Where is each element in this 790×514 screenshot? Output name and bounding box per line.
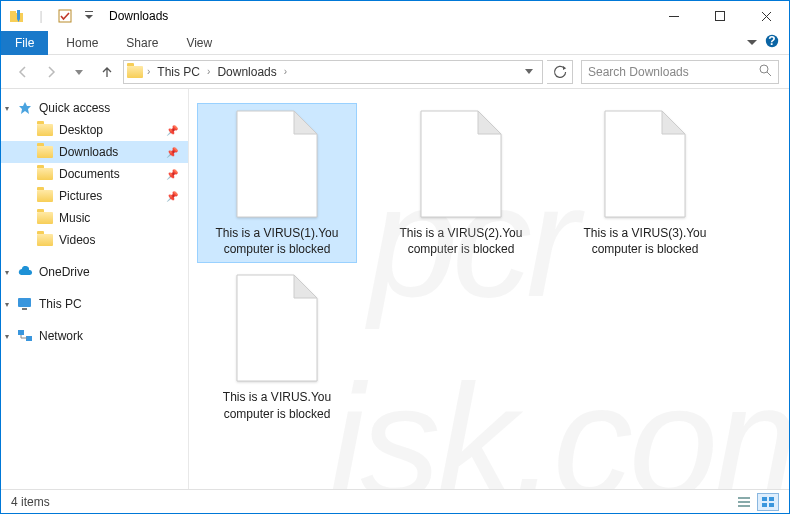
minimize-button[interactable] bbox=[651, 1, 697, 31]
tab-view[interactable]: View bbox=[172, 31, 226, 55]
file-label: This is a VIRUS.You computer is blocked bbox=[203, 389, 351, 421]
sidebar-item-videos[interactable]: Videos bbox=[1, 229, 188, 251]
view-switcher bbox=[733, 493, 779, 511]
folder-icon bbox=[37, 166, 53, 182]
search-input[interactable] bbox=[588, 65, 758, 79]
sidebar-item-pictures[interactable]: Pictures📌 bbox=[1, 185, 188, 207]
folder-icon bbox=[5, 5, 29, 27]
sidebar-item-downloads[interactable]: Downloads📌 bbox=[1, 141, 188, 163]
svg-rect-2 bbox=[17, 10, 20, 19]
sidebar-onedrive[interactable]: OneDrive bbox=[1, 261, 188, 283]
sidebar-item-music[interactable]: Music bbox=[1, 207, 188, 229]
details-view-button[interactable] bbox=[733, 493, 755, 511]
maximize-button[interactable] bbox=[697, 1, 743, 31]
svg-rect-33 bbox=[762, 497, 767, 501]
svg-rect-5 bbox=[85, 11, 93, 12]
ribbon: File Home Share View ? bbox=[1, 31, 789, 55]
file-icon bbox=[416, 109, 506, 219]
body: Quick access Desktop📌 Downloads📌 Documen… bbox=[1, 89, 789, 489]
recent-dropdown-icon[interactable] bbox=[67, 60, 91, 84]
titlebar[interactable]: | Downloads bbox=[1, 1, 789, 31]
help-icon[interactable]: ? bbox=[765, 34, 779, 51]
svg-marker-23 bbox=[294, 111, 317, 134]
window-controls bbox=[651, 1, 789, 31]
file-icon bbox=[232, 273, 322, 383]
sidebar-item-label: This PC bbox=[39, 297, 82, 311]
sidebar-item-label: Documents bbox=[59, 167, 120, 181]
window-title: Downloads bbox=[109, 9, 168, 23]
svg-rect-1 bbox=[10, 11, 16, 14]
tab-home[interactable]: Home bbox=[52, 31, 112, 55]
item-count: 4 items bbox=[11, 495, 50, 509]
svg-rect-35 bbox=[762, 503, 767, 507]
pin-icon: 📌 bbox=[166, 169, 178, 180]
back-button[interactable] bbox=[11, 60, 35, 84]
svg-rect-7 bbox=[669, 16, 679, 17]
svg-point-15 bbox=[760, 65, 768, 73]
svg-rect-19 bbox=[22, 308, 27, 310]
svg-rect-31 bbox=[738, 501, 750, 503]
icons-view-button[interactable] bbox=[757, 493, 779, 511]
svg-rect-32 bbox=[738, 505, 750, 507]
svg-text:?: ? bbox=[768, 34, 775, 48]
ribbon-expand-icon[interactable] bbox=[747, 36, 757, 50]
svg-rect-30 bbox=[738, 497, 750, 499]
breadcrumb[interactable]: › This PC › Downloads › bbox=[123, 60, 543, 84]
refresh-button[interactable] bbox=[547, 60, 573, 84]
file-label: This is a VIRUS(3).You computer is block… bbox=[571, 225, 719, 257]
file-item[interactable]: This is a VIRUS(2).You computer is block… bbox=[381, 103, 541, 263]
svg-rect-36 bbox=[769, 503, 774, 507]
svg-rect-4 bbox=[59, 10, 71, 22]
svg-marker-27 bbox=[662, 111, 685, 134]
close-button[interactable] bbox=[743, 1, 789, 31]
file-pane[interactable]: pcr isk.com This is a VIRUS(1).You compu… bbox=[189, 89, 789, 489]
file-label: This is a VIRUS(1).You computer is block… bbox=[203, 225, 351, 257]
sidebar-item-label: Videos bbox=[59, 233, 95, 247]
file-item[interactable]: This is a VIRUS.You computer is blocked bbox=[197, 267, 357, 427]
sidebar-network[interactable]: Network bbox=[1, 325, 188, 347]
svg-marker-12 bbox=[75, 70, 83, 75]
chevron-right-icon[interactable]: › bbox=[281, 66, 290, 77]
pin-icon: 📌 bbox=[166, 125, 178, 136]
svg-rect-20 bbox=[18, 330, 24, 335]
file-menu[interactable]: File bbox=[1, 31, 48, 55]
tab-share[interactable]: Share bbox=[112, 31, 172, 55]
breadcrumb-downloads[interactable]: Downloads bbox=[213, 65, 280, 79]
qat-divider: | bbox=[29, 5, 53, 27]
sidebar-thispc[interactable]: This PC bbox=[1, 293, 188, 315]
folder-icon bbox=[37, 144, 53, 160]
folder-icon bbox=[37, 210, 53, 226]
cloud-icon bbox=[17, 264, 33, 280]
address-bar: › This PC › Downloads › bbox=[1, 55, 789, 89]
chevron-right-icon[interactable]: › bbox=[144, 66, 153, 77]
sidebar-item-label: OneDrive bbox=[39, 265, 90, 279]
svg-marker-13 bbox=[525, 69, 533, 74]
properties-button[interactable] bbox=[53, 5, 77, 27]
svg-marker-25 bbox=[478, 111, 501, 134]
folder-icon bbox=[37, 122, 53, 138]
svg-marker-14 bbox=[563, 66, 566, 70]
folder-icon bbox=[126, 66, 144, 78]
forward-button[interactable] bbox=[39, 60, 63, 84]
sidebar-item-desktop[interactable]: Desktop📌 bbox=[1, 119, 188, 141]
file-item[interactable]: This is a VIRUS(3).You computer is block… bbox=[565, 103, 725, 263]
file-item[interactable]: This is a VIRUS(1).You computer is block… bbox=[197, 103, 357, 263]
folder-icon bbox=[37, 232, 53, 248]
ribbon-right: ? bbox=[747, 34, 789, 51]
up-button[interactable] bbox=[95, 60, 119, 84]
sidebar-quick-access[interactable]: Quick access bbox=[1, 97, 188, 119]
navigation-pane[interactable]: Quick access Desktop📌 Downloads📌 Documen… bbox=[1, 89, 189, 489]
file-label: This is a VIRUS(2).You computer is block… bbox=[387, 225, 535, 257]
search-box[interactable] bbox=[581, 60, 779, 84]
quick-access-toolbar: | bbox=[5, 5, 101, 27]
sidebar-item-label: Downloads bbox=[59, 145, 118, 159]
breadcrumb-thispc[interactable]: This PC bbox=[153, 65, 204, 79]
sidebar-item-label: Pictures bbox=[59, 189, 102, 203]
chevron-right-icon[interactable]: › bbox=[204, 66, 213, 77]
svg-rect-34 bbox=[769, 497, 774, 501]
address-dropdown-icon[interactable] bbox=[518, 65, 540, 79]
svg-marker-29 bbox=[294, 275, 317, 298]
qat-dropdown-icon[interactable] bbox=[77, 5, 101, 27]
sidebar-item-documents[interactable]: Documents📌 bbox=[1, 163, 188, 185]
search-icon[interactable] bbox=[758, 63, 772, 80]
